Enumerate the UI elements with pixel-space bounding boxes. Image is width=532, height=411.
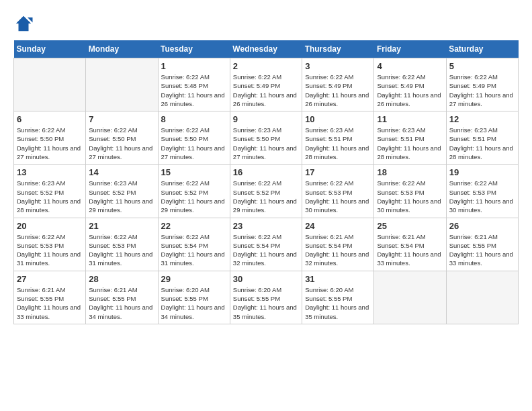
calendar-cell: 8 Sunrise: 6:22 AM Sunset: 5:50 PM Dayli… [158,111,230,165]
day-info: Sunrise: 6:22 AM Sunset: 5:54 PM Dayligh… [233,232,299,268]
week-row-1: 1 Sunrise: 6:22 AM Sunset: 5:48 PM Dayli… [14,58,519,111]
sunset-label: Sunset: 5:49 PM [233,82,280,89]
day-info: Sunrise: 6:23 AM Sunset: 5:51 PM Dayligh… [377,126,443,161]
day-number: 7 [89,114,154,124]
sunrise-label: Sunrise: 6:22 AM [89,126,137,134]
sunset-label: Sunset: 5:50 PM [161,135,208,142]
week-row-2: 6 Sunrise: 6:22 AM Sunset: 5:50 PM Dayli… [14,111,519,165]
day-number: 22 [161,221,227,231]
daylight-label: Daylight: 11 hours and 26 minutes. [377,91,441,107]
page-header [13,13,519,34]
day-number: 14 [89,167,154,177]
day-number: 18 [377,167,443,177]
sunrise-label: Sunrise: 6:22 AM [449,179,498,187]
sunset-label: Sunset: 5:49 PM [449,82,496,89]
calendar-cell: 17 Sunrise: 6:22 AM Sunset: 5:53 PM Dayl… [302,165,374,218]
calendar-cell: 24 Sunrise: 6:21 AM Sunset: 5:54 PM Dayl… [302,218,374,271]
daylight-label: Daylight: 11 hours and 33 minutes. [449,250,513,267]
daylight-label: Daylight: 11 hours and 29 minutes. [89,197,152,214]
calendar-cell [14,58,86,111]
sunrise-label: Sunrise: 6:22 AM [17,126,65,134]
calendar-cell: 14 Sunrise: 6:23 AM Sunset: 5:52 PM Dayl… [86,165,158,218]
sunrise-label: Sunrise: 6:20 AM [233,286,281,293]
day-info: Sunrise: 6:23 AM Sunset: 5:52 PM Dayligh… [17,179,83,214]
sunrise-label: Sunrise: 6:23 AM [305,126,353,134]
sunrise-label: Sunrise: 6:22 AM [233,233,281,240]
sunrise-label: Sunrise: 6:22 AM [305,179,353,187]
daylight-label: Daylight: 11 hours and 26 minutes. [233,91,297,107]
sunrise-label: Sunrise: 6:22 AM [449,73,498,81]
day-number: 10 [305,114,371,124]
day-info: Sunrise: 6:22 AM Sunset: 5:53 PM Dayligh… [17,232,83,268]
day-info: Sunrise: 6:22 AM Sunset: 5:49 PM Dayligh… [233,73,299,108]
day-info: Sunrise: 6:22 AM Sunset: 5:50 PM Dayligh… [89,126,154,161]
day-number: 23 [233,221,299,231]
calendar-cell [446,271,518,324]
sunset-label: Sunset: 5:52 PM [233,189,280,196]
calendar-cell: 1 Sunrise: 6:22 AM Sunset: 5:48 PM Dayli… [158,58,230,111]
daylight-label: Daylight: 11 hours and 30 minutes. [305,197,369,214]
day-number: 5 [449,61,515,71]
day-info: Sunrise: 6:22 AM Sunset: 5:53 PM Dayligh… [449,179,515,214]
calendar-cell: 20 Sunrise: 6:22 AM Sunset: 5:53 PM Dayl… [14,218,86,271]
daylight-label: Daylight: 11 hours and 30 minutes. [377,197,441,214]
weekday-thursday: Thursday [302,40,374,58]
sunrise-label: Sunrise: 6:22 AM [233,73,281,81]
calendar-cell: 3 Sunrise: 6:22 AM Sunset: 5:49 PM Dayli… [302,58,374,111]
daylight-label: Daylight: 11 hours and 31 minutes. [161,250,225,267]
sunset-label: Sunset: 5:50 PM [233,135,280,142]
sunrise-label: Sunrise: 6:22 AM [233,179,281,187]
sunrise-label: Sunrise: 6:22 AM [377,179,425,187]
sunset-label: Sunset: 5:51 PM [377,135,424,142]
day-number: 30 [233,274,299,284]
calendar-cell: 19 Sunrise: 6:22 AM Sunset: 5:53 PM Dayl… [446,165,518,218]
logo [13,13,36,34]
calendar-cell [374,271,446,324]
day-number: 26 [449,221,515,231]
daylight-label: Daylight: 11 hours and 28 minutes. [449,144,513,161]
sunset-label: Sunset: 5:53 PM [17,242,64,249]
calendar-cell: 10 Sunrise: 6:23 AM Sunset: 5:51 PM Dayl… [302,111,374,165]
sunset-label: Sunset: 5:52 PM [89,189,136,196]
day-info: Sunrise: 6:23 AM Sunset: 5:51 PM Dayligh… [305,126,371,161]
day-number: 15 [161,167,227,177]
calendar-cell: 26 Sunrise: 6:21 AM Sunset: 5:55 PM Dayl… [446,218,518,271]
sunrise-label: Sunrise: 6:20 AM [305,286,353,293]
day-info: Sunrise: 6:22 AM Sunset: 5:52 PM Dayligh… [161,179,227,214]
day-number: 31 [305,274,371,284]
day-info: Sunrise: 6:20 AM Sunset: 5:55 PM Dayligh… [161,285,227,321]
daylight-label: Daylight: 11 hours and 33 minutes. [377,250,441,267]
sunset-label: Sunset: 5:54 PM [377,242,424,249]
sunrise-label: Sunrise: 6:21 AM [377,233,425,240]
day-info: Sunrise: 6:22 AM Sunset: 5:48 PM Dayligh… [161,73,227,108]
sunset-label: Sunset: 5:53 PM [89,242,136,249]
daylight-label: Daylight: 11 hours and 31 minutes. [17,250,81,267]
day-number: 16 [233,167,299,177]
sunset-label: Sunset: 5:54 PM [233,242,280,249]
day-info: Sunrise: 6:20 AM Sunset: 5:55 PM Dayligh… [233,285,299,321]
day-info: Sunrise: 6:22 AM Sunset: 5:53 PM Dayligh… [377,179,443,214]
sunset-label: Sunset: 5:49 PM [377,82,424,89]
daylight-label: Daylight: 11 hours and 28 minutes. [17,197,81,214]
week-row-4: 20 Sunrise: 6:22 AM Sunset: 5:53 PM Dayl… [14,218,519,271]
sunrise-label: Sunrise: 6:22 AM [377,73,425,81]
day-number: 1 [161,61,227,71]
calendar-cell: 23 Sunrise: 6:22 AM Sunset: 5:54 PM Dayl… [230,218,302,271]
daylight-label: Daylight: 11 hours and 27 minutes. [89,144,152,161]
weekday-saturday: Saturday [446,40,518,58]
calendar-cell: 15 Sunrise: 6:22 AM Sunset: 5:52 PM Dayl… [158,165,230,218]
day-info: Sunrise: 6:21 AM Sunset: 5:55 PM Dayligh… [17,285,83,321]
calendar-cell: 13 Sunrise: 6:23 AM Sunset: 5:52 PM Dayl… [14,165,86,218]
day-info: Sunrise: 6:21 AM Sunset: 5:54 PM Dayligh… [377,232,443,268]
sunset-label: Sunset: 5:55 PM [89,295,136,302]
daylight-label: Daylight: 11 hours and 34 minutes. [161,304,225,320]
weekday-wednesday: Wednesday [230,40,302,58]
daylight-label: Daylight: 11 hours and 32 minutes. [233,250,297,267]
daylight-label: Daylight: 11 hours and 31 minutes. [89,250,152,267]
daylight-label: Daylight: 11 hours and 30 minutes. [449,197,513,214]
logo-icon [13,13,34,34]
daylight-label: Daylight: 11 hours and 29 minutes. [161,197,225,214]
weekday-header-row: SundayMondayTuesdayWednesdayThursdayFrid… [14,40,519,58]
day-info: Sunrise: 6:22 AM Sunset: 5:53 PM Dayligh… [305,179,371,214]
sunset-label: Sunset: 5:55 PM [305,295,352,302]
